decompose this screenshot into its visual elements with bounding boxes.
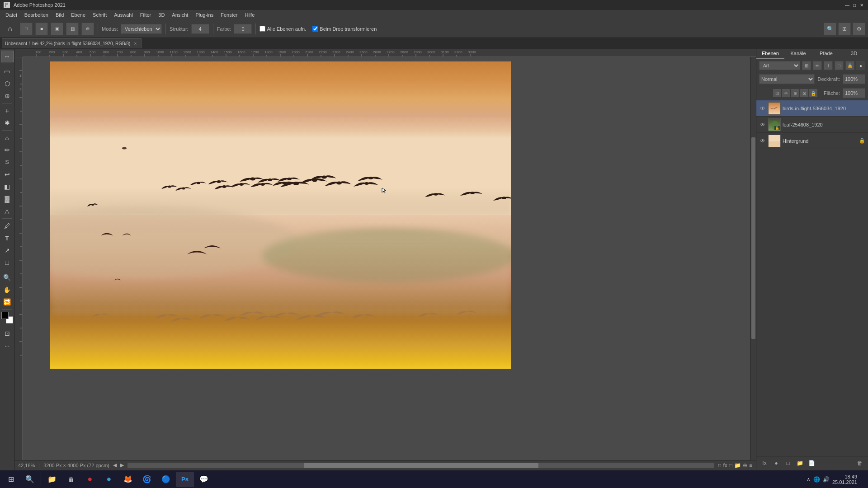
rotate-tool-btn[interactable]: 🔁 [1, 296, 14, 308]
vertical-scrollbar[interactable] [750, 57, 756, 460]
document-tab[interactable]: Unbenannt-1 bei 42,2% (birds-in-flight-5… [2, 38, 142, 48]
layer-filter-pixel[interactable]: ⊞ [802, 61, 811, 70]
tool-option-3[interactable]: ▣ [51, 23, 63, 35]
tool-option-5[interactable]: ⊕ [81, 23, 94, 35]
healing-btn[interactable]: ⌂ [1, 132, 14, 144]
taskbar-chrome[interactable]: 🔵 [157, 472, 175, 487]
lock-position-btn[interactable]: ⊕ [791, 89, 799, 97]
menu-bild[interactable]: Bild [52, 11, 67, 19]
layer-new-fill-btn[interactable]: ● [771, 458, 782, 468]
layer-leaf[interactable]: 👁 🔒 lea [756, 117, 868, 133]
tray-network-icon[interactable]: 🌐 [813, 476, 820, 483]
alle-ebenen-checkbox[interactable] [259, 26, 265, 32]
modus-select[interactable]: Verschieben [121, 24, 162, 34]
vertical-scrollbar-thumb[interactable] [751, 137, 755, 339]
lock-image-btn[interactable]: ✏ [782, 89, 790, 97]
search-icon-btn[interactable]: 🔍 [824, 23, 836, 35]
taskbar-app5[interactable]: 🦊 [119, 472, 137, 487]
layer-add-mask-btn[interactable]: □ [783, 458, 793, 468]
tab-3d[interactable]: 3D [840, 49, 868, 59]
opacity-input[interactable] [843, 74, 865, 84]
taskbar-app3[interactable]: ● [81, 472, 99, 487]
search-button[interactable]: 🔍 [21, 472, 39, 487]
lock-artboard-btn[interactable]: ⊠ [800, 89, 808, 97]
shape-tool-btn[interactable]: □ [1, 257, 14, 268]
menu-plugins[interactable]: Plug-ins [192, 11, 217, 19]
hand-tool-btn[interactable]: ✋ [1, 284, 14, 296]
gradient-btn[interactable]: ▓ [1, 193, 14, 205]
layer-bg-visibility[interactable]: 👁 [759, 138, 766, 144]
history-btn[interactable]: ↩ [1, 169, 14, 180]
layer-filter-toggle[interactable]: ● [856, 61, 865, 70]
taskbar-file-explorer[interactable]: 📁 [43, 472, 61, 487]
tab-close-btn[interactable]: × [134, 41, 137, 46]
foreground-color-swatch[interactable] [1, 312, 9, 319]
status-icon-5[interactable]: ⊕ [743, 462, 747, 469]
layer-birds[interactable]: 👁 [756, 100, 868, 117]
close-button[interactable]: ✕ [859, 2, 864, 8]
beim-drop-checkbox-label[interactable]: Beim Drop transformieren [312, 26, 377, 32]
status-icon-1[interactable]: ⌗ [718, 462, 721, 469]
quick-select-btn[interactable]: ⊕ [1, 90, 14, 102]
menu-ansicht[interactable]: Ansicht [168, 11, 192, 19]
path-select-btn[interactable]: ↗ [1, 244, 14, 256]
layer-filter-type[interactable]: T [824, 61, 833, 70]
blend-mode-select[interactable]: Normal Multiplizieren Aufhellen [759, 74, 815, 84]
struktur-input[interactable] [191, 24, 209, 34]
menu-3d[interactable]: 3D [155, 11, 168, 19]
status-icon-6[interactable]: ≡ [749, 462, 752, 469]
tab-kanaele[interactable]: Kanäle [784, 49, 812, 59]
layer-type-select[interactable]: Art Name Effekt [759, 61, 800, 70]
minimize-button[interactable]: — [844, 2, 850, 8]
horizontal-scrollbar-thumb[interactable] [304, 463, 538, 468]
taskbar-app9[interactable]: 💬 [195, 472, 213, 487]
alle-ebenen-checkbox-label[interactable]: Alle Ebenen aufn. [259, 26, 306, 32]
tab-pfade[interactable]: Pfade [812, 49, 840, 59]
grid-icon-btn[interactable]: ⊞ [838, 23, 851, 35]
tray-chevron[interactable]: ∧ [807, 476, 811, 483]
foreground-bg-color[interactable] [1, 312, 13, 324]
layer-birds-visibility[interactable]: 👁 [759, 105, 766, 112]
status-arrow-right[interactable]: ▶ [120, 462, 124, 468]
pen-tool-btn[interactable]: 🖊 [1, 220, 14, 232]
tray-clock[interactable]: 18:49 25.01.2021 [832, 474, 857, 485]
settings-icon-btn[interactable]: ⚙ [853, 23, 865, 35]
extra-tools-btn[interactable]: ··· [1, 340, 14, 352]
menu-hilfe[interactable]: Hilfe [241, 11, 258, 19]
menu-fenster[interactable]: Fenster [217, 11, 241, 19]
tool-option-4[interactable]: ▥ [66, 23, 79, 35]
zoom-tool-btn[interactable]: 🔍 [1, 272, 14, 283]
start-button[interactable]: ⊞ [2, 472, 20, 487]
layer-filter-adjust[interactable]: ✏ [813, 61, 822, 70]
status-icon-3[interactable]: □ [729, 462, 732, 469]
eyedropper-btn[interactable]: ✱ [1, 117, 14, 129]
beim-drop-checkbox[interactable] [312, 26, 318, 32]
layer-new-group-btn[interactable]: 📁 [794, 458, 805, 468]
taskbar-app4[interactable]: ● [100, 472, 118, 487]
status-arrow-left[interactable]: ◀ [113, 462, 117, 468]
layer-fx-btn[interactable]: fx [759, 458, 770, 468]
taskbar-app6[interactable]: 🌀 [138, 472, 156, 487]
text-tool-btn[interactable]: T [1, 232, 14, 244]
lock-all-btn[interactable]: 🔒 [809, 89, 817, 97]
layer-filter-shape[interactable]: □ [835, 61, 844, 70]
taskbar-photoshop[interactable]: Ps [176, 472, 194, 487]
brush-btn[interactable]: ✏ [1, 144, 14, 156]
layer-delete-btn[interactable]: 🗑 [854, 458, 865, 468]
status-icon-4[interactable]: 📁 [734, 462, 741, 469]
fill-input[interactable] [843, 88, 865, 98]
menu-auswahl[interactable]: Auswahl [110, 11, 137, 19]
menu-schrift[interactable]: Schrift [89, 11, 110, 19]
menu-datei[interactable]: Datei [2, 11, 21, 19]
layer-filter-smart[interactable]: 🔒 [845, 61, 854, 70]
farbe-input[interactable] [234, 24, 252, 34]
eraser-btn[interactable]: ◧ [1, 181, 14, 192]
menu-ebene[interactable]: Ebene [67, 11, 89, 19]
tab-ebenen[interactable]: Ebenen [756, 49, 784, 59]
canvas-viewport[interactable] [23, 57, 750, 460]
horizontal-scrollbar[interactable] [127, 463, 714, 468]
tray-volume-icon[interactable]: 🔊 [823, 476, 830, 483]
stamp-btn[interactable]: S [1, 156, 14, 168]
menu-filter[interactable]: Filter [137, 11, 155, 19]
taskbar-recycle[interactable]: 🗑 [62, 472, 80, 487]
